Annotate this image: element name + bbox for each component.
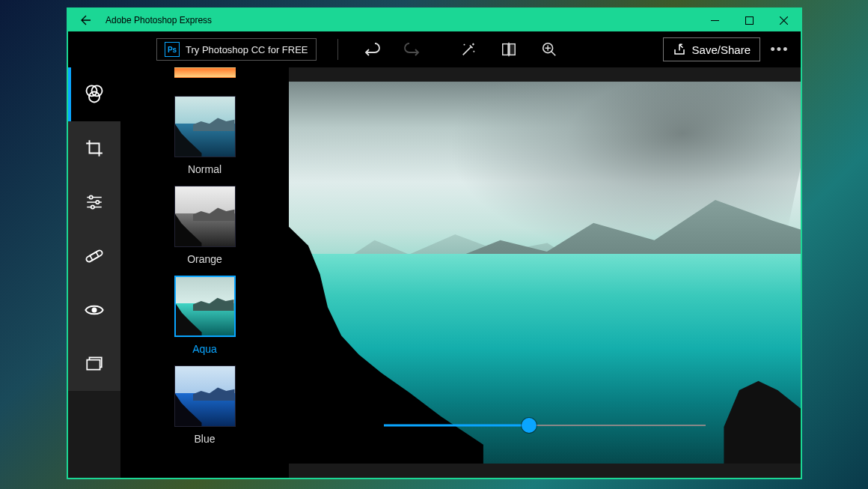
- svg-rect-0: [745, 16, 753, 24]
- svg-point-10: [91, 205, 94, 208]
- wand-icon: [460, 41, 477, 58]
- eye-icon: [84, 300, 105, 321]
- maximize-icon: [745, 16, 754, 25]
- slider-thumb[interactable]: [522, 418, 537, 433]
- ps-icon: Ps: [165, 42, 180, 57]
- back-button[interactable]: [68, 9, 103, 31]
- redeye-tool[interactable]: [68, 283, 120, 337]
- maximize-button[interactable]: [732, 9, 766, 31]
- redo-icon: [403, 40, 421, 58]
- filter-thumb: [174, 96, 236, 157]
- intensity-slider[interactable]: [384, 417, 706, 434]
- auto-enhance-button[interactable]: [450, 31, 486, 67]
- undo-icon: [362, 40, 380, 58]
- filter-thumb: [174, 186, 236, 247]
- app-window: Adobe Photoshop Express Ps Try Photoshop…: [67, 7, 802, 479]
- arrow-left-icon: [79, 14, 91, 26]
- redo-button[interactable]: [394, 31, 430, 67]
- crop-tool[interactable]: [68, 121, 120, 175]
- slider-fill: [384, 425, 529, 427]
- filter-panel[interactable]: Normal Orange Aqua: [120, 67, 289, 478]
- border-tool[interactable]: [68, 337, 120, 391]
- save-share-button[interactable]: Save/Share: [663, 37, 760, 61]
- canvas-area: [289, 67, 801, 478]
- sliders-icon: [85, 192, 104, 212]
- ellipsis-icon: •••: [771, 42, 789, 58]
- try-label: Try Photoshop CC for FREE: [186, 44, 308, 55]
- window-controls: [697, 9, 801, 31]
- divider: [337, 39, 338, 60]
- svg-rect-14: [87, 360, 100, 370]
- svg-rect-11: [85, 249, 103, 263]
- app-title: Adobe Photoshop Express: [106, 15, 212, 25]
- looks-icon: [84, 84, 105, 105]
- more-button[interactable]: •••: [765, 42, 795, 58]
- filter-thumb: [174, 365, 236, 427]
- try-photoshop-button[interactable]: Ps Try Photoshop CC for FREE: [156, 38, 317, 61]
- body: Normal Orange Aqua: [68, 67, 801, 478]
- filter-thumb: [174, 67, 236, 78]
- svg-rect-1: [502, 44, 507, 55]
- heal-tool[interactable]: [68, 229, 120, 283]
- filter-label: Normal: [188, 163, 221, 175]
- svg-point-9: [96, 201, 99, 204]
- compare-icon: [501, 41, 517, 58]
- svg-point-7: [89, 92, 100, 103]
- filter-item-normal[interactable]: Normal: [174, 96, 236, 175]
- titlebar: Adobe Photoshop Express: [68, 9, 801, 31]
- filter-thumb: [174, 276, 236, 337]
- minimize-button[interactable]: [697, 9, 732, 31]
- filter-label: Blue: [194, 433, 215, 445]
- filter-label: Aqua: [192, 343, 217, 355]
- share-icon: [673, 43, 686, 56]
- minimize-icon: [711, 16, 719, 25]
- svg-point-13: [92, 308, 97, 313]
- adjust-tool[interactable]: [68, 175, 120, 229]
- filter-item-blue[interactable]: Blue: [174, 365, 236, 445]
- svg-point-8: [90, 195, 93, 198]
- looks-tool[interactable]: [68, 67, 120, 121]
- crop-icon: [85, 139, 104, 158]
- image-preview[interactable]: [289, 82, 801, 464]
- bandage-icon: [84, 246, 105, 267]
- frames-icon: [85, 354, 104, 374]
- svg-rect-2: [509, 44, 514, 55]
- filter-item-orange[interactable]: Orange: [174, 186, 236, 265]
- close-button[interactable]: [766, 9, 801, 31]
- filter-label: Orange: [187, 253, 222, 265]
- zoom-button[interactable]: [531, 31, 567, 67]
- compare-button[interactable]: [491, 31, 527, 67]
- zoom-in-icon: [541, 41, 557, 58]
- filter-item[interactable]: [174, 67, 236, 78]
- save-label: Save/Share: [692, 43, 751, 56]
- toolbar: Ps Try Photoshop CC for FREE: [68, 31, 801, 67]
- filter-item-aqua[interactable]: Aqua: [174, 276, 236, 355]
- tool-rail: [68, 67, 120, 478]
- svg-rect-12: [90, 252, 99, 261]
- undo-button[interactable]: [353, 31, 389, 67]
- close-icon: [780, 16, 788, 25]
